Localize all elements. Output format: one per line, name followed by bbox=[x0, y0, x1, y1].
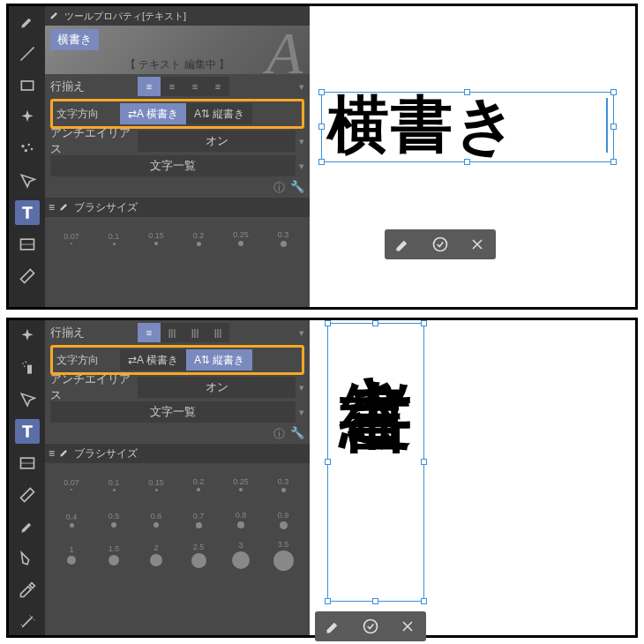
text-box-vertical[interactable]: 縦書き bbox=[327, 323, 424, 602]
chevron-down-icon[interactable]: ▾ bbox=[299, 327, 304, 339]
text-tool-icon[interactable] bbox=[15, 200, 40, 225]
brush-size-cell[interactable]: 0.2 bbox=[177, 221, 220, 256]
canvas-text[interactable]: 縦書き bbox=[338, 324, 414, 597]
dropper-icon[interactable] bbox=[15, 578, 40, 603]
tool-property-panel: 行揃え ≡ ||| ||| ||| ▾ 文字方向 ⇄A横書き A⇅縦書き アンチ… bbox=[45, 320, 310, 635]
brush-size-cell[interactable]: 0.1 bbox=[93, 221, 135, 256]
brush-size-cell[interactable]: 2.5 bbox=[177, 537, 220, 573]
canvas-area[interactable]: 縦書き bbox=[310, 320, 635, 635]
line-icon[interactable] bbox=[15, 41, 40, 66]
horizontal-button[interactable]: ⇄A横書き bbox=[120, 349, 186, 371]
pen-icon[interactable] bbox=[15, 168, 40, 193]
sparkle-icon[interactable] bbox=[15, 324, 40, 348]
brush-size-cell[interactable]: 0.1 bbox=[93, 467, 135, 502]
align-left-button[interactable]: ≡ bbox=[138, 77, 161, 96]
confirm-icon[interactable] bbox=[352, 611, 389, 641]
vertical-button[interactable]: A⇅縦書き bbox=[186, 349, 252, 371]
text-confirm-bar bbox=[315, 611, 426, 641]
chevron-down-icon[interactable]: ▾ bbox=[299, 161, 304, 172]
svg-point-10 bbox=[23, 366, 25, 368]
brush-size-grid[interactable]: 0.070.10.150.20.250.30.40.50.60.70.80.91… bbox=[45, 463, 310, 576]
svg-rect-11 bbox=[27, 365, 32, 374]
brush-size-cell[interactable]: 0.25 bbox=[220, 221, 262, 256]
text-box-horizontal[interactable]: 横書き bbox=[321, 92, 614, 162]
brush-size-cell[interactable]: 0.25 bbox=[220, 467, 262, 502]
svg-point-14 bbox=[364, 620, 378, 633]
brush-icon[interactable] bbox=[15, 514, 40, 539]
chevron-down-icon[interactable]: ▾ bbox=[299, 382, 304, 393]
chevron-down-icon[interactable]: ▾ bbox=[299, 136, 304, 147]
sparkle-icon[interactable] bbox=[15, 105, 40, 130]
brush-size-cell[interactable]: 0.7 bbox=[177, 502, 220, 537]
brush-size-cell[interactable]: 1 bbox=[50, 537, 93, 573]
info-icon[interactable]: ⓘ bbox=[273, 180, 285, 196]
panel-title-text: ツールプロパティ[テキスト] bbox=[64, 10, 186, 23]
chevron-down-icon[interactable]: ▾ bbox=[299, 81, 304, 93]
menu-icon[interactable]: ≡ bbox=[49, 447, 55, 460]
brush-size-cell[interactable]: 3.5 bbox=[262, 537, 304, 573]
brush-size-cell[interactable]: 0.9 bbox=[262, 502, 304, 537]
char-list-button[interactable]: 文字一覧 bbox=[50, 401, 296, 423]
brush-size-cell[interactable]: 0.15 bbox=[135, 221, 177, 256]
vertical-button[interactable]: A⇅縦書き bbox=[186, 103, 252, 124]
menu-icon[interactable]: ≡ bbox=[49, 201, 55, 213]
canvas-text[interactable]: 横書き bbox=[327, 93, 608, 158]
tool-property-panel: ツールプロパティ[テキスト] A 横書き 【 テキスト 編集中 】 行揃え ≡ … bbox=[45, 6, 310, 307]
knife-icon[interactable] bbox=[15, 546, 40, 571]
chevron-down-icon[interactable]: ▾ bbox=[299, 407, 304, 418]
brush-size-cell[interactable]: 0.07 bbox=[50, 467, 93, 502]
frame-icon[interactable] bbox=[15, 232, 40, 257]
spray-icon[interactable] bbox=[15, 356, 40, 380]
wrench-icon[interactable]: 🔧 bbox=[290, 180, 304, 196]
brush-size-label: ブラシサイズ bbox=[74, 200, 138, 215]
horizontal-button[interactable]: ⇄A横書き bbox=[120, 103, 186, 124]
char-list-button[interactable]: 文字一覧 bbox=[50, 155, 296, 176]
align-justify-button[interactable]: ≡ bbox=[206, 77, 229, 96]
edit-icon[interactable] bbox=[385, 229, 422, 259]
ruler-icon[interactable] bbox=[15, 264, 40, 288]
cancel-icon[interactable] bbox=[389, 611, 426, 641]
edit-icon[interactable] bbox=[315, 611, 352, 641]
align-middle-button[interactable]: ||| bbox=[161, 323, 183, 342]
banner-tag: 横書き bbox=[50, 29, 99, 50]
info-icon[interactable]: ⓘ bbox=[273, 426, 285, 442]
antialias-value[interactable]: オン bbox=[138, 131, 296, 152]
antialias-label: アンチエイリアス bbox=[50, 371, 134, 403]
antialias-value[interactable]: オン bbox=[138, 377, 296, 398]
align-bottom-button[interactable]: ||| bbox=[183, 323, 206, 342]
brush-size-cell[interactable]: 1.5 bbox=[93, 537, 135, 573]
brush-size-cell[interactable]: 0.2 bbox=[177, 467, 220, 502]
align-top-button[interactable]: ≡ bbox=[138, 323, 161, 342]
svg-point-8 bbox=[22, 363, 24, 364]
brush-size-cell[interactable]: 0.6 bbox=[135, 502, 177, 537]
align-justify-button[interactable]: ||| bbox=[206, 323, 229, 342]
rect-icon[interactable] bbox=[15, 73, 40, 98]
brush-size-cell[interactable]: 3 bbox=[220, 537, 262, 573]
pen-icon[interactable] bbox=[15, 387, 40, 412]
align-right-button[interactable]: ≡ bbox=[183, 77, 206, 96]
brush-size-cell[interactable]: 2 bbox=[135, 537, 177, 573]
frame-icon[interactable] bbox=[15, 451, 40, 476]
brush-size-cell[interactable]: 0.8 bbox=[220, 502, 262, 537]
canvas-area[interactable]: 横書き bbox=[310, 6, 635, 307]
brush-size-cell[interactable]: 0.4 bbox=[50, 502, 93, 537]
brush-size-cell[interactable]: 0.15 bbox=[135, 467, 177, 502]
ruler-icon[interactable] bbox=[15, 483, 40, 507]
brush-icon[interactable] bbox=[15, 10, 40, 34]
wand-icon[interactable] bbox=[15, 610, 40, 634]
tool-banner: A 横書き 【 テキスト 編集中 】 bbox=[45, 26, 310, 74]
cancel-icon[interactable] bbox=[459, 229, 496, 259]
brush-size-grid[interactable]: 0.070.10.150.20.250.3 bbox=[45, 217, 310, 259]
text-tool-icon[interactable] bbox=[15, 419, 40, 444]
confirm-icon[interactable] bbox=[422, 229, 459, 259]
brush-size-cell[interactable]: 0.07 bbox=[50, 221, 93, 256]
brush-size-cell[interactable]: 0.3 bbox=[262, 221, 304, 256]
dust-icon[interactable] bbox=[15, 137, 40, 161]
wrench-icon[interactable]: 🔧 bbox=[290, 426, 304, 442]
brush-size-cell[interactable]: 0.5 bbox=[93, 502, 135, 537]
brush-size-cell[interactable]: 0.3 bbox=[262, 467, 304, 502]
brush-panel-header: ≡ ブラシサイズ bbox=[45, 198, 310, 217]
align-center-button[interactable]: ≡ bbox=[161, 77, 183, 96]
line-align-label: 行揃え bbox=[50, 325, 134, 341]
panel-title: ツールプロパティ[テキスト] bbox=[45, 6, 310, 26]
